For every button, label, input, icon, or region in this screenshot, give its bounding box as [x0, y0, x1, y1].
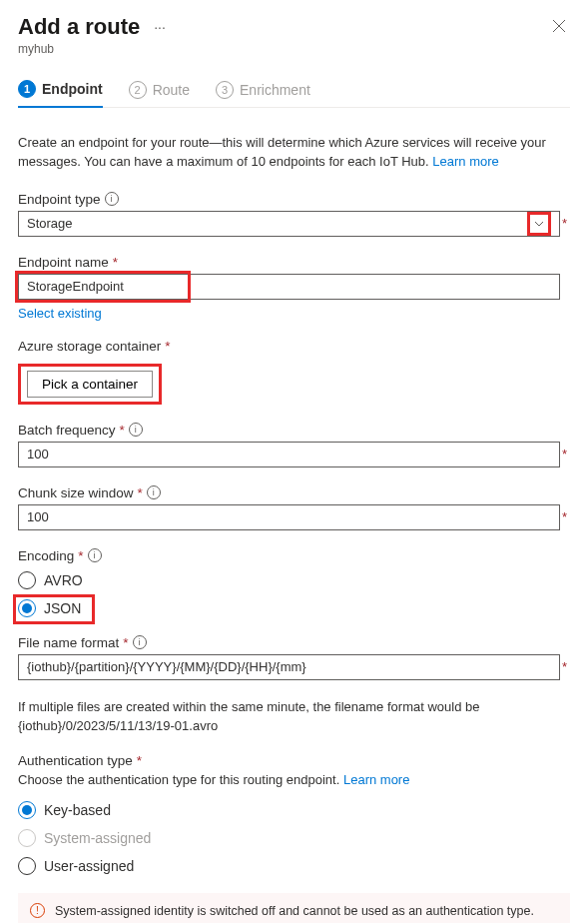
step-endpoint[interactable]: 1 Endpoint	[18, 74, 103, 108]
auth-learn-more-link[interactable]: Learn more	[343, 772, 409, 787]
select-existing-link[interactable]: Select existing	[18, 306, 102, 321]
radio-icon	[18, 599, 36, 617]
auth-desc: Choose the authentication type for this …	[18, 772, 570, 787]
learn-more-link[interactable]: Learn more	[432, 154, 498, 169]
endpoint-type-select[interactable]: Storage	[18, 211, 560, 237]
batch-frequency-label: Batch frequency	[18, 423, 116, 438]
intro-text: Create an endpoint for your route—this w…	[18, 134, 570, 172]
file-format-input[interactable]	[18, 654, 560, 680]
close-icon[interactable]	[548, 15, 570, 40]
step-route[interactable]: 2 Route	[129, 74, 190, 107]
file-format-note: If multiple files are created within the…	[18, 698, 570, 736]
radio-system-assigned: System-assigned	[18, 829, 570, 847]
file-format-label: File name format	[18, 635, 119, 650]
chunk-size-label: Chunk size window	[18, 485, 134, 500]
info-icon[interactable]: i	[147, 485, 161, 499]
radio-icon	[18, 571, 36, 589]
warning-icon: !	[30, 903, 45, 918]
radio-user-assigned[interactable]: User-assigned	[18, 857, 570, 875]
info-icon[interactable]: i	[133, 635, 147, 649]
radio-icon	[18, 801, 36, 819]
pick-container-button[interactable]: Pick a container	[27, 371, 153, 398]
encoding-label: Encoding	[18, 548, 74, 563]
radio-key-based[interactable]: Key-based	[18, 801, 570, 819]
endpoint-name-input[interactable]	[18, 274, 560, 300]
step-enrichment[interactable]: 3 Enrichment	[216, 74, 310, 107]
more-actions-icon[interactable]: ···	[150, 17, 170, 37]
radio-icon	[18, 829, 36, 847]
endpoint-type-label: Endpoint type	[18, 192, 101, 207]
radio-icon	[18, 857, 36, 875]
radio-avro[interactable]: AVRO	[18, 571, 570, 589]
auth-type-label: Authentication type	[18, 753, 133, 768]
chevron-down-icon	[527, 212, 551, 236]
radio-json[interactable]: JSON	[18, 599, 570, 617]
step-tabs: 1 Endpoint 2 Route 3 Enrichment	[18, 74, 570, 108]
warning-banner: ! System-assigned identity is switched o…	[18, 893, 570, 923]
info-icon[interactable]: i	[105, 192, 119, 206]
storage-container-label: Azure storage container	[18, 339, 161, 354]
chunk-size-input[interactable]	[18, 504, 560, 530]
endpoint-name-label: Endpoint name	[18, 255, 109, 270]
batch-frequency-input[interactable]	[18, 442, 560, 467]
panel-title: Add a route	[18, 14, 140, 40]
info-icon[interactable]: i	[88, 548, 102, 562]
hub-name: myhub	[18, 42, 570, 56]
info-icon[interactable]: i	[129, 423, 143, 437]
